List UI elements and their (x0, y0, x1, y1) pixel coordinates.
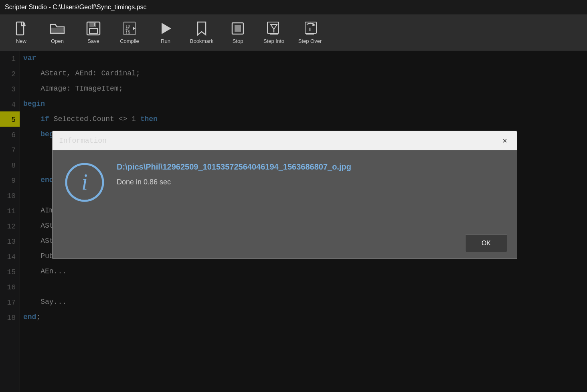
open-button[interactable]: Open (39, 16, 75, 48)
step-into-button[interactable]: Step Into (256, 16, 292, 48)
open-label: Open (51, 38, 64, 44)
information-dialog: Information × i D:\pics\Phil\12962509_10… (52, 131, 517, 259)
info-icon-container: i (65, 162, 105, 202)
new-label: New (16, 38, 26, 44)
svg-marker-19 (312, 23, 316, 26)
run-label: Run (161, 38, 170, 44)
toolbar: New Open Save 10 01 10 (0, 14, 587, 51)
modal-body: i D:\pics\Phil\12962509_1015357256404619… (53, 150, 517, 228)
svg-rect-3 (89, 22, 96, 27)
svg-marker-11 (162, 23, 171, 34)
modal-close-button[interactable]: × (499, 135, 510, 146)
stop-button[interactable]: Stop (220, 16, 256, 48)
app-title: Scripter Studio - C:\Users\Geoff\Sync_ti… (5, 4, 147, 11)
ok-button[interactable]: OK (465, 234, 507, 252)
bookmark-label: Bookmark (190, 38, 214, 44)
step-into-icon (266, 20, 282, 36)
save-disk-icon (85, 20, 101, 36)
compile-button[interactable]: 10 01 10 Compile (111, 16, 148, 48)
modal-status: Done in 0.86 sec (117, 178, 505, 186)
step-over-icon (302, 20, 318, 36)
modal-title: Information (59, 137, 107, 145)
compile-binary-icon: 10 01 10 (121, 20, 138, 36)
bookmark-icon (194, 20, 210, 36)
save-button[interactable]: Save (75, 16, 111, 48)
compile-label: Compile (120, 38, 139, 44)
svg-rect-4 (89, 28, 97, 33)
svg-text:i: i (81, 170, 88, 194)
run-play-icon (158, 20, 174, 36)
svg-rect-0 (16, 22, 24, 35)
stop-label: Stop (233, 38, 243, 44)
modal-text-area: D:\pics\Phil\12962509_10153572564046194_… (117, 162, 505, 186)
svg-rect-13 (235, 25, 241, 32)
run-button[interactable]: Run (148, 16, 184, 48)
stop-square-icon (230, 20, 246, 36)
code-editor[interactable]: 123456789101112131415161718 var AStart, … (0, 51, 587, 392)
modal-footer: OK (53, 228, 517, 259)
modal-header: Information × (53, 131, 517, 150)
modal-filepath: D:\pics\Phil\12962509_10153572564046194_… (117, 162, 505, 172)
svg-marker-15 (271, 24, 277, 29)
step-over-button[interactable]: Step Over (292, 16, 328, 48)
step-into-label: Step Into (263, 38, 284, 44)
step-over-label: Step Over (298, 38, 322, 44)
new-button[interactable]: New (3, 16, 39, 48)
title-bar: Scripter Studio - C:\Users\Geoff\Sync_ti… (0, 0, 587, 14)
save-label: Save (87, 38, 99, 44)
info-icon: i (65, 162, 105, 202)
open-folder-icon (49, 20, 65, 36)
new-file-icon (13, 20, 29, 36)
bookmark-button[interactable]: Bookmark (184, 16, 220, 48)
modal-overlay: Information × i D:\pics\Phil\12962509_10… (0, 51, 587, 392)
svg-text:10: 10 (125, 31, 130, 35)
